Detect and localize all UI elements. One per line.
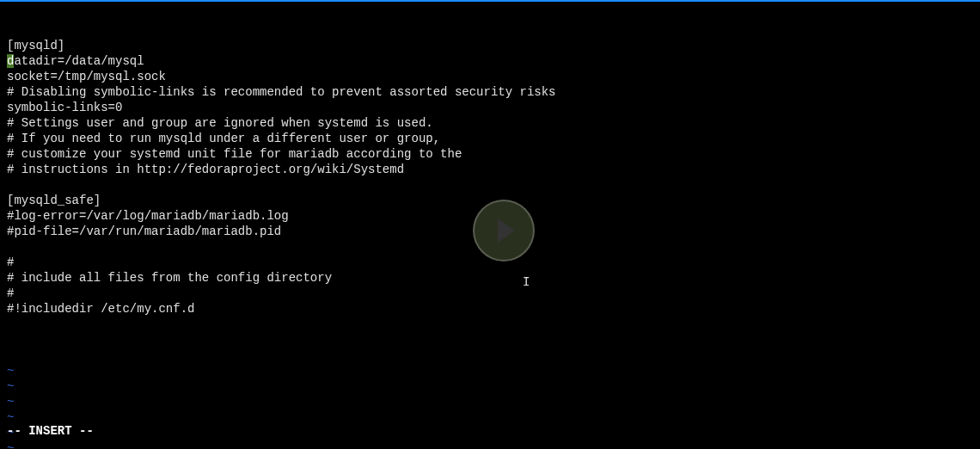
file-line[interactable]: # customize your systemd unit file for m… [7,146,973,162]
file-line[interactable]: # instructions in http://fedoraproject.o… [7,162,973,177]
file-line[interactable]: datadir=/data/mysql [7,53,973,69]
file-content-area[interactable]: [mysqld]datadir=/data/mysqlsocket=/tmp/m… [7,38,973,317]
empty-line-tilde: ~ [7,425,973,440]
empty-lines-area: ~~~~~~~~ [7,348,973,449]
file-line[interactable]: symbolic-links=0 [7,100,973,115]
file-line[interactable]: # include all files from the config dire… [7,270,973,286]
empty-line-tilde: ~ [7,394,973,409]
empty-line-tilde: ~ [7,440,973,449]
text-cursor-caret: I [523,275,524,291]
file-line[interactable]: # If you need to run mysqld under a diff… [7,131,973,146]
empty-line-tilde: ~ [7,378,973,394]
file-line[interactable]: # [7,286,973,301]
file-line[interactable]: # Settings user and group are ignored wh… [7,115,973,131]
file-line[interactable] [7,177,973,193]
empty-line-tilde: ~ [7,409,973,425]
empty-line-tilde: ~ [7,363,973,378]
play-icon [498,218,515,243]
play-button[interactable] [473,200,535,261]
file-line[interactable]: #!includedir /etc/my.cnf.d [7,301,973,317]
file-line[interactable]: socket=/tmp/mysql.sock [7,69,973,84]
file-line[interactable]: # Disabling symbolic-links is recommende… [7,84,973,100]
file-line[interactable]: [mysqld] [7,38,973,53]
editor-mode-status: -- INSERT -- [7,423,94,439]
